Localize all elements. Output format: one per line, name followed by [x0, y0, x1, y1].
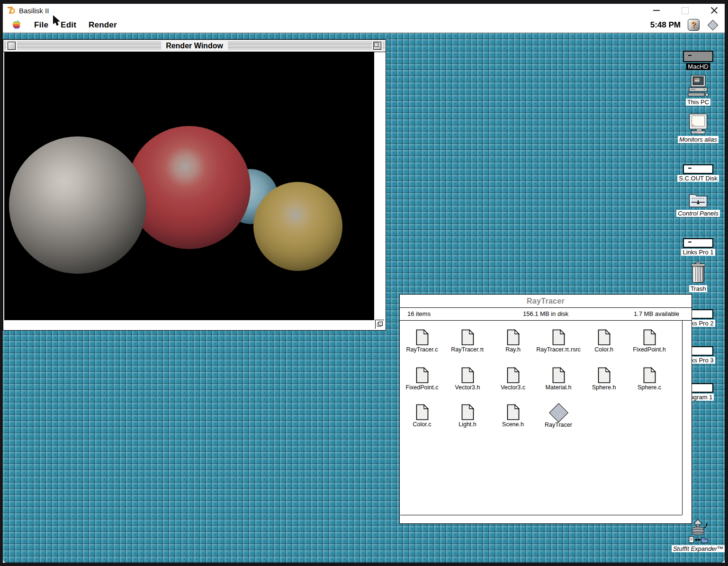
document-icon — [461, 367, 474, 384]
file-name: Scene.h — [487, 421, 539, 428]
render-window[interactable]: Render Window — [3, 39, 386, 331]
document-icon — [416, 404, 429, 421]
icon-label: StuffIt Expander™ — [672, 545, 725, 552]
file-item[interactable]: Ray.h — [487, 329, 539, 353]
icon-label: Monitors alias — [678, 136, 719, 143]
menubar-clock: 5:48 PM — [650, 20, 681, 30]
application-menu-icon[interactable] — [707, 19, 719, 31]
hard-disk-icon — [683, 51, 713, 62]
pc-icon — [687, 75, 709, 98]
menu-render[interactable]: Render — [89, 20, 117, 30]
basilisk-app-icon — [7, 6, 15, 15]
file-item[interactable]: Light.h — [441, 404, 494, 428]
file-name: FixedPoint.c — [400, 384, 448, 391]
raytracer-window[interactable]: RayTracer 16 items 156.1 MB in disk 1.7 … — [399, 294, 692, 524]
red-sphere — [127, 126, 251, 249]
raytracer-app-mini-icon — [708, 19, 719, 30]
horizontal-scrollbar[interactable] — [400, 515, 682, 523]
document-icon — [552, 367, 565, 384]
file-name: Sphere.h — [578, 384, 630, 391]
document-icon — [598, 367, 611, 384]
document-icon — [643, 329, 656, 346]
file-item[interactable]: Material.h — [532, 367, 584, 391]
minimize-button-icon[interactable] — [653, 10, 660, 11]
file-name: RayTracer.c — [400, 346, 448, 353]
file-name: Vector3.h — [441, 384, 494, 391]
application-diamond-icon — [548, 403, 568, 422]
mac-desktop[interactable]: Render Window — [3, 33, 725, 563]
trash-icon — [690, 261, 707, 284]
raytracer-titlebar[interactable]: RayTracer — [400, 295, 692, 308]
file-item[interactable]: Sphere.c — [623, 367, 675, 391]
desktop-icon-trash[interactable]: Trash — [670, 261, 725, 293]
desktop-icon-scout-disk[interactable]: S.C.OUT Disk — [670, 164, 725, 182]
zoom-box-icon[interactable] — [373, 42, 381, 50]
folder-contents: RayTracer.c RayTracer.π Ray.h RayTracer.… — [400, 321, 682, 515]
icon-label: Control Panels — [676, 210, 719, 217]
balloon-help-icon[interactable]: ? — [688, 19, 700, 31]
close-box-icon[interactable] — [8, 42, 16, 50]
file-item[interactable]: Scene.h — [487, 404, 539, 428]
disk-icon — [683, 238, 713, 248]
icon-label: Links Pro 1 — [681, 249, 715, 256]
document-icon — [643, 367, 656, 384]
file-item[interactable]: RayTracer.c — [400, 329, 448, 353]
gray-sphere — [9, 136, 146, 274]
file-name: Color.h — [578, 346, 630, 353]
desktop-icon-control-panels[interactable]: Control Panels — [670, 191, 725, 217]
disk-available: 1.7 MB available — [634, 310, 679, 317]
document-icon — [461, 404, 474, 421]
icon-label: MacHD — [686, 63, 710, 70]
file-item[interactable]: RayTracer.π.rsrc — [532, 329, 584, 353]
icon-label: Trash — [689, 285, 708, 292]
windows-titlebar[interactable]: Basilisk II — [3, 4, 725, 17]
file-name: RayTracer.π — [441, 346, 494, 353]
control-panels-folder-icon — [687, 191, 709, 209]
document-icon — [598, 329, 611, 346]
desktop-icon-machd[interactable]: MacHD — [670, 51, 725, 71]
screen: Basilisk II — [0, 0, 728, 566]
file-item[interactable]: RayTracer — [532, 404, 584, 428]
desktop-icon-links-pro-1[interactable]: Links Pro 1 — [670, 238, 725, 256]
file-name: Ray.h — [487, 346, 539, 353]
disk-icon — [683, 164, 713, 174]
document-icon — [507, 404, 520, 421]
document-icon — [416, 329, 429, 346]
file-name: FixedPoint.h — [623, 346, 675, 353]
document-icon — [552, 329, 565, 346]
grow-box-icon[interactable] — [375, 320, 384, 329]
document-icon — [507, 367, 520, 384]
desktop-icon-monitors-alias[interactable]: Monitors alias — [670, 113, 725, 144]
file-item[interactable]: FixedPoint.h — [623, 329, 675, 353]
render-window-titlebar[interactable]: Render Window — [3, 40, 386, 52]
vertical-scrollbar[interactable] — [682, 321, 692, 515]
desktop-icon-this-pc[interactable]: This PC — [670, 75, 725, 106]
desktop-icon-stuffit-expander[interactable]: StuffIt Expander™ — [670, 520, 725, 553]
close-button-icon[interactable] — [710, 7, 718, 14]
apple-menu-icon[interactable] — [11, 19, 22, 31]
file-name: Vector3.c — [487, 384, 539, 391]
render-window-body — [4, 52, 385, 330]
icon-label: This PC — [686, 99, 710, 106]
basilisk-window: Basilisk II — [3, 4, 725, 563]
mac-monitor-icon — [687, 113, 709, 135]
file-item[interactable]: Sphere.h — [578, 367, 630, 391]
mac-menubar: File Edit Render 5:48 PM ? — [3, 17, 725, 33]
file-name: RayTracer.π.rsrc — [532, 346, 584, 353]
maximize-button-icon[interactable] — [682, 7, 689, 14]
render-canvas — [4, 52, 374, 320]
menu-edit[interactable]: Edit — [61, 20, 76, 30]
file-item[interactable]: FixedPoint.c — [400, 367, 448, 391]
raytracer-window-title: RayTracer — [527, 297, 565, 305]
file-name: Material.h — [532, 384, 584, 391]
gold-sphere — [253, 182, 342, 271]
file-item[interactable]: Vector3.h — [441, 367, 494, 391]
menu-file[interactable]: File — [34, 20, 48, 30]
file-item[interactable]: Color.h — [578, 329, 630, 353]
file-item[interactable]: Color.c — [400, 404, 448, 428]
folder-status-bar: 16 items 156.1 MB in disk 1.7 MB availab… — [400, 308, 692, 321]
file-item[interactable]: RayTracer.π — [441, 329, 494, 353]
document-icon — [416, 367, 429, 384]
mouse-cursor — [53, 15, 61, 27]
file-item[interactable]: Vector3.c — [487, 367, 539, 391]
